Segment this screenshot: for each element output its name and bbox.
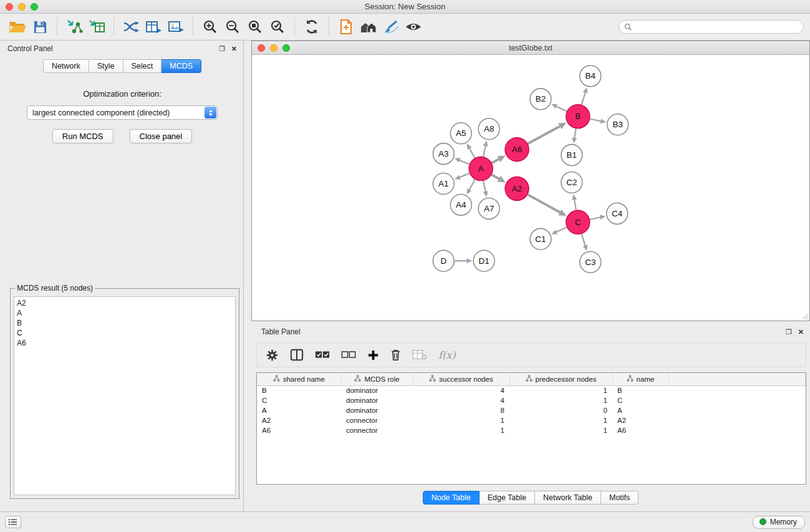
import-table-icon[interactable]: [85, 16, 108, 38]
graph-edge[interactable]: [590, 119, 600, 121]
table-cell[interactable]: C: [612, 395, 668, 405]
graph-edge[interactable]: [492, 175, 499, 178]
graph-edge[interactable]: [574, 128, 576, 138]
table-cell[interactable]: dominator: [341, 395, 413, 405]
graph-edge[interactable]: [556, 228, 566, 232]
resize-grip[interactable]: [801, 312, 809, 320]
table-cell[interactable]: 1: [413, 425, 509, 435]
tab-mcds[interactable]: MCDS: [162, 59, 201, 73]
delete-column-icon[interactable]: [390, 349, 401, 361]
zoom-selected-icon[interactable]: [266, 16, 289, 38]
graph-edge[interactable]: [492, 159, 499, 163]
zoom-out-icon[interactable]: [221, 16, 244, 38]
close-table-panel-icon[interactable]: ✕: [798, 329, 804, 336]
result-item[interactable]: A2: [17, 298, 233, 308]
result-item[interactable]: B: [17, 318, 233, 328]
home-icon[interactable]: [357, 16, 380, 38]
refresh-icon[interactable]: [301, 16, 323, 38]
show-hide-eye-icon[interactable]: [402, 16, 425, 38]
close-panel-icon[interactable]: ✕: [231, 46, 237, 52]
tab-select[interactable]: Select: [123, 59, 162, 73]
table-cell[interactable]: dominator: [341, 385, 413, 395]
unselect-all-icon[interactable]: [341, 351, 356, 359]
run-mcds-button[interactable]: Run MCDS: [52, 129, 113, 143]
function-builder-icon[interactable]: f(x): [438, 349, 455, 361]
tab-network-table[interactable]: Network Table: [535, 491, 601, 505]
export-image-icon[interactable]: [165, 16, 187, 38]
show-columns-icon[interactable]: [290, 349, 304, 361]
zoom-fit-icon[interactable]: [244, 16, 266, 38]
table-cell[interactable]: 1: [509, 415, 612, 425]
table-cell[interactable]: connector: [341, 415, 413, 425]
graph-edge[interactable]: [528, 126, 560, 143]
graph-edge[interactable]: [483, 146, 485, 157]
network-canvas[interactable]: B4B2BB3A5A8A6B1A3AC2A1A2A4A7C4CC1C3DD1: [252, 55, 809, 321]
graph-edge[interactable]: [574, 200, 576, 210]
table-cell[interactable]: B: [257, 385, 341, 395]
table-settings-gear-icon[interactable]: [266, 349, 279, 362]
optimization-dropdown[interactable]: largest connected component (directed): [27, 105, 218, 120]
column-header[interactable]: predecessor nodes: [509, 373, 612, 385]
close-panel-button[interactable]: Close panel: [130, 129, 193, 143]
open-document-icon[interactable]: [335, 16, 357, 38]
new-network-icon[interactable]: [120, 16, 142, 38]
table-cell[interactable]: A2: [612, 415, 668, 425]
table-cell[interactable]: A2: [257, 415, 341, 425]
table-cell[interactable]: C: [257, 395, 341, 405]
column-header[interactable]: MCDS role: [341, 373, 413, 385]
table-cell[interactable]: A: [612, 405, 668, 415]
search-input[interactable]: [634, 22, 798, 31]
task-history-icon[interactable]: [5, 516, 21, 528]
mcds-result-list[interactable]: A2ABCA6: [14, 296, 236, 495]
tab-style[interactable]: Style: [89, 59, 123, 73]
graph-edge[interactable]: [582, 93, 586, 105]
float-table-panel-icon[interactable]: ❐: [786, 329, 792, 336]
graph-edge[interactable]: [460, 173, 469, 177]
search-box[interactable]: [619, 20, 804, 34]
table-cell[interactable]: 1: [413, 415, 509, 425]
table-cell[interactable]: connector: [341, 425, 413, 435]
table-cell[interactable]: A6: [612, 425, 668, 435]
table-cell[interactable]: 4: [413, 385, 509, 395]
graph-edge[interactable]: [470, 180, 475, 190]
table-row[interactable]: Adominator80A: [257, 405, 806, 415]
table-row[interactable]: Cdominator41C: [257, 395, 806, 405]
table-cell[interactable]: 0: [509, 405, 612, 415]
table-cell[interactable]: 1: [509, 395, 612, 405]
float-panel-icon[interactable]: ❐: [219, 46, 225, 52]
column-header[interactable]: shared name: [257, 373, 341, 385]
table-cell[interactable]: A6: [257, 425, 341, 435]
graph-edge[interactable]: [460, 160, 469, 164]
graph-edge[interactable]: [528, 195, 560, 212]
new-table-icon[interactable]: [142, 16, 165, 38]
style-brush-icon[interactable]: [380, 16, 402, 38]
table-cell[interactable]: 1: [509, 425, 612, 435]
graph-edge[interactable]: [483, 181, 485, 191]
save-icon[interactable]: [29, 16, 51, 38]
table-row[interactable]: Bdominator41B: [257, 385, 806, 395]
memory-button[interactable]: Memory: [753, 516, 805, 529]
graph-edge[interactable]: [590, 217, 600, 220]
table-row[interactable]: A6connector11A6: [257, 425, 806, 435]
table-cell[interactable]: 1: [509, 385, 612, 395]
table-row[interactable]: A2connector11A2: [257, 415, 806, 425]
result-item[interactable]: A6: [17, 338, 233, 348]
table-cell[interactable]: 4: [413, 395, 509, 405]
result-item[interactable]: C: [17, 328, 233, 338]
result-item[interactable]: A: [17, 308, 233, 318]
tab-motifs[interactable]: Motifs: [601, 491, 639, 505]
graph-edge[interactable]: [556, 107, 566, 112]
open-folder-icon[interactable]: [6, 16, 29, 38]
column-header[interactable]: successor nodes: [413, 373, 509, 385]
graph-edge[interactable]: [582, 234, 586, 245]
tab-network[interactable]: Network: [43, 59, 89, 73]
table-cell[interactable]: B: [612, 385, 668, 395]
import-network-icon[interactable]: [63, 16, 85, 38]
delete-table-icon[interactable]: [412, 349, 427, 360]
table-cell[interactable]: dominator: [341, 405, 413, 415]
table-cell[interactable]: A: [257, 405, 341, 415]
tab-edge-table[interactable]: Edge Table: [480, 491, 535, 505]
column-header[interactable]: name: [612, 373, 668, 385]
table-cell[interactable]: 8: [413, 405, 509, 415]
add-column-icon[interactable]: [367, 349, 379, 361]
